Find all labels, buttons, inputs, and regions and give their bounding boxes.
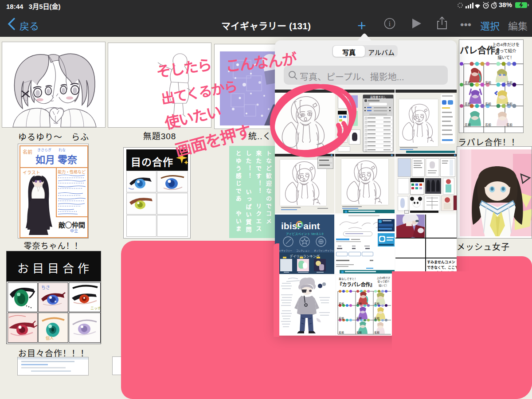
svg-text:名前: 名前 [356,317,362,320]
svg-text:名前: 名前 [339,302,344,305]
svg-text:名前: 名前 [374,317,379,320]
svg-text:名前: 名前 [485,102,491,106]
svg-text:名前: 名前 [374,331,379,334]
svg-text:名前: 名前 [506,123,512,127]
svg-text:名前: 名前 [356,302,362,305]
svg-text:名前: 名前 [465,81,471,85]
svg-text:名前: 名前 [339,317,344,320]
svg-text:ちさ: ちさ [41,285,50,290]
svg-text:名前: 名前 [506,102,512,106]
svg-text:名前: 名前 [374,302,379,305]
svg-text:名前: 名前 [339,331,344,334]
svg-text:名前: 名前 [465,123,471,127]
svg-text:個人: 個人 [46,336,54,340]
svg-text:名前: 名前 [356,331,362,334]
svg-text:名前: 名前 [465,102,471,106]
svg-text:名前: 名前 [485,123,491,127]
svg-text:i: i [389,20,391,27]
svg-text:名前: 名前 [485,81,491,85]
svg-text:名前: 名前 [506,81,512,85]
svg-text:ニッポン: ニッポン [90,306,100,310]
